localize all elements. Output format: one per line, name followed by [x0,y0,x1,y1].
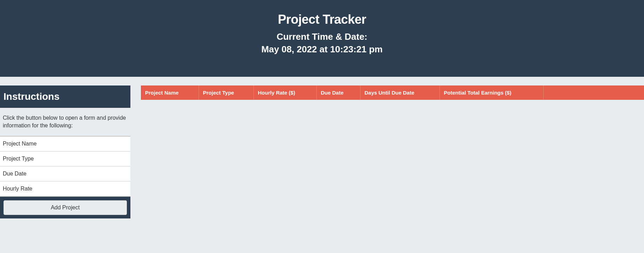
table-header: Project Name Project Type Hourly Rate ($… [141,85,644,100]
instructions-text: Click the button below to open a form an… [0,108,130,136]
sidebar-title: Instructions [3,91,127,102]
sidebar-body: Click the button below to open a form an… [0,108,130,197]
list-item: Due Date [0,166,130,181]
main-layout: Instructions Click the button below to o… [0,85,644,218]
list-item: Project Name [0,136,130,151]
table-section: Project Name Project Type Hourly Rate ($… [141,85,644,218]
col-days-until-due: Days Until Due Date [360,85,439,100]
col-project-name: Project Name [141,85,199,100]
instructions-sidebar: Instructions Click the button below to o… [0,85,130,218]
page-title: Project Tracker [7,12,637,27]
datetime-display: Current Time & Date: May 08, 2022 at 10:… [7,30,637,56]
list-item: Project Type [0,151,130,166]
sidebar-header: Instructions [0,85,130,108]
col-hourly-rate: Hourly Rate ($) [253,85,316,100]
page-header: Project Tracker Current Time & Date: May… [0,0,644,77]
col-due-date: Due Date [316,85,360,100]
add-project-button[interactable]: Add Project [3,200,127,215]
datetime-value: May 08, 2022 at 10:23:21 pm [262,44,383,54]
col-project-type: Project Type [199,85,253,100]
col-actions [543,85,644,100]
list-item: Hourly Rate [0,181,130,196]
projects-table: Project Name Project Type Hourly Rate ($… [141,85,644,100]
table-header-row: Project Name Project Type Hourly Rate ($… [141,85,644,100]
sidebar-footer: Add Project [0,197,130,218]
datetime-label: Current Time & Date: [277,31,367,42]
col-potential-earnings: Potential Total Earnings ($) [439,85,543,100]
